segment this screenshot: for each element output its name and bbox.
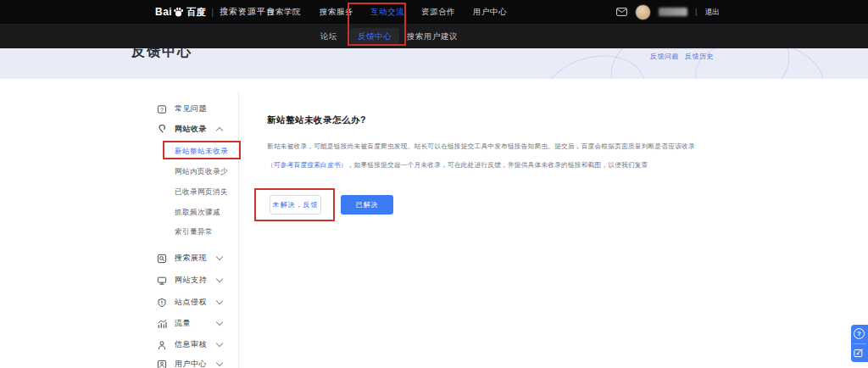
sub-navbar: 论坛 反馈中心 搜索用户建议 bbox=[0, 24, 868, 48]
sidebar-item-label[interactable]: 用户中心 bbox=[175, 359, 207, 368]
sidebar-item-label[interactable]: 搜索展现 bbox=[175, 253, 207, 264]
feedback-button[interactable] bbox=[854, 344, 864, 363]
logo-cn-text: 百度 bbox=[186, 6, 205, 19]
nav-item-interaction[interactable]: 互动交流 bbox=[370, 0, 404, 24]
subnav-item-forum[interactable]: 论坛 bbox=[320, 24, 337, 48]
article-body: 新站未被收录，可能是链接尚未被百度爬虫发现。站长可以在链接提交工具中发布链接告知… bbox=[267, 137, 705, 175]
sidebar-item-faq[interactable]: ? 常见问题 bbox=[157, 103, 238, 114]
sidebar-item-info-review[interactable]: 信息审核 bbox=[157, 339, 238, 350]
edit-icon bbox=[854, 348, 864, 358]
sidebar-item-search-display[interactable]: 搜索展现 bbox=[157, 253, 238, 264]
unresolved-feedback-button[interactable]: 未解决，反馈 bbox=[270, 195, 321, 215]
nav-item-user-center[interactable]: 用户中心 bbox=[473, 0, 507, 24]
sidebar-item-label[interactable]: 信息审核 bbox=[175, 339, 207, 350]
subnav-item-feedback-center[interactable]: 反馈中心 bbox=[350, 28, 399, 44]
chevron-down-icon[interactable] bbox=[216, 254, 223, 260]
resolved-button[interactable]: 已解决 bbox=[341, 195, 393, 215]
sidebar-item-site-support[interactable]: 网站支持 bbox=[157, 275, 238, 286]
sidebar-subitem-indexed-pages-gone[interactable]: 已收录网页消失 bbox=[175, 187, 228, 197]
sidebar-item-site-indexing[interactable]: 网站收录 bbox=[157, 124, 238, 135]
user-area: | 退出 bbox=[616, 0, 720, 24]
sidebar-item-label[interactable]: 网站收录 bbox=[175, 124, 207, 135]
sidebar-item-traffic[interactable]: 流量 bbox=[157, 318, 238, 329]
chevron-down-icon[interactable] bbox=[216, 276, 223, 282]
chart-icon bbox=[157, 319, 167, 329]
logo-separator: | bbox=[211, 7, 214, 17]
help-button[interactable]: ? bbox=[854, 325, 865, 343]
username-blurred bbox=[659, 8, 687, 16]
person-icon bbox=[157, 340, 167, 350]
sidebar-item-user-center[interactable]: 用户中心 bbox=[157, 359, 238, 368]
whitepaper-link[interactable]: 可参考百度搜索白皮书 bbox=[274, 161, 341, 169]
chevron-down-icon[interactable] bbox=[216, 340, 223, 347]
subnav-item-user-suggestion[interactable]: 搜索用户建议 bbox=[407, 24, 458, 48]
user-icon bbox=[157, 360, 167, 368]
page-banner: 反馈中心 反馈问题 反馈历史 bbox=[0, 48, 868, 79]
sidebar-item-label[interactable]: 常见问题 bbox=[175, 103, 207, 114]
sidebar-subitem-crawl-frequency-drop[interactable]: 抓取频次骤减 bbox=[175, 207, 220, 217]
user-separator: | bbox=[695, 8, 697, 16]
nav-item-search-academy[interactable]: 搜索学院 bbox=[267, 0, 301, 24]
feedback-issue-link[interactable]: 反馈问题 bbox=[650, 52, 679, 61]
chevron-down-icon[interactable] bbox=[216, 319, 223, 326]
sidebar-subitem-index-volume-abnormal[interactable]: 索引量异常 bbox=[175, 226, 213, 237]
nav-item-resource-cooperation[interactable]: 资源合作 bbox=[421, 0, 455, 24]
avatar[interactable] bbox=[635, 4, 651, 20]
question-icon: ? bbox=[854, 328, 865, 339]
body-text-part2: ），如果链接提交超一个月未收录，可在此处进行反馈，并提供具体未收录的链接和截图，… bbox=[341, 161, 648, 169]
logo-latin-text: Bai bbox=[155, 6, 172, 18]
mail-icon[interactable] bbox=[616, 8, 627, 16]
page-canvas: Bai 百度 | 搜索资源平台 搜索学院 搜索服务 互动交流 资源合作 用户中心 bbox=[0, 0, 868, 368]
search-icon bbox=[157, 254, 167, 264]
floating-help-widget: ? bbox=[851, 325, 868, 362]
sidebar-item-site-infringement[interactable]: 站点侵权 bbox=[157, 297, 238, 308]
faq-icon: ? bbox=[157, 104, 167, 114]
sidebar-item-label[interactable]: 站点侵权 bbox=[175, 297, 207, 308]
sidebar-subitem-few-inner-pages[interactable]: 网站内页收录少 bbox=[175, 166, 228, 176]
monitor-icon bbox=[157, 276, 167, 286]
page-title: 反馈中心 bbox=[131, 48, 192, 61]
sidebar-subitem-new-site-not-indexed[interactable]: 新站整站未收录 bbox=[175, 146, 228, 156]
top-navbar: Bai 百度 | 搜索资源平台 搜索学院 搜索服务 互动交流 资源合作 用户中心 bbox=[0, 0, 868, 24]
chevron-down-icon[interactable] bbox=[216, 360, 223, 366]
baidu-paw-icon bbox=[173, 7, 184, 17]
chevron-up-icon[interactable] bbox=[216, 127, 223, 134]
article-title: 新站整站未收录怎么办? bbox=[267, 114, 366, 126]
svg-text:?: ? bbox=[160, 106, 164, 112]
shield-icon bbox=[157, 298, 167, 308]
feedback-history-link[interactable]: 反馈历史 bbox=[685, 52, 714, 61]
baidu-logo[interactable]: Bai 百度 | 搜索资源平台 bbox=[155, 0, 275, 24]
sidebar-item-label[interactable]: 网站支持 bbox=[175, 275, 207, 286]
sidebar-divider bbox=[238, 92, 239, 368]
link-icon bbox=[157, 125, 167, 135]
nav-item-search-service[interactable]: 搜索服务 bbox=[320, 0, 353, 24]
chevron-down-icon[interactable] bbox=[216, 298, 223, 304]
sidebar-item-label[interactable]: 流量 bbox=[175, 318, 191, 329]
logout-button[interactable]: 退出 bbox=[704, 7, 720, 18]
